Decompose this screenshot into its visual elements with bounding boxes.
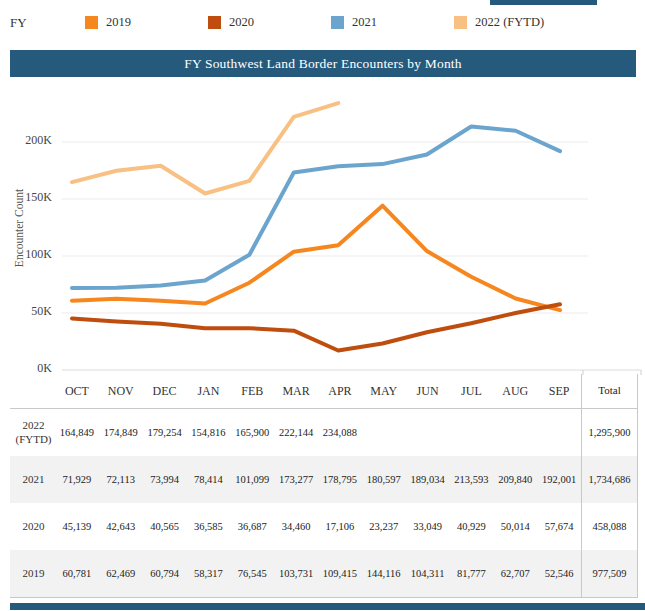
legend-label: 2022 (FYTD) bbox=[475, 15, 544, 30]
encounters-line-chart: 0K50K100K150K200K Encounter Count bbox=[0, 85, 645, 377]
series-line-2020[interactable] bbox=[72, 304, 560, 350]
table-cell: 17,106 bbox=[318, 520, 362, 533]
y-axis-label: Encounter Count bbox=[13, 153, 27, 303]
row-label: 2022 (FYTD) bbox=[10, 419, 55, 447]
legend-swatch bbox=[85, 16, 98, 29]
table-cell: 192,001 bbox=[537, 473, 581, 486]
table-cell: 57,674 bbox=[537, 520, 581, 533]
legend-item-2020[interactable]: 2020 bbox=[208, 14, 254, 30]
table-cell: 101,099 bbox=[230, 473, 274, 486]
column-header-feb: FEB bbox=[230, 384, 274, 399]
series-line-2019[interactable] bbox=[72, 206, 560, 310]
chart-canvas bbox=[0, 85, 645, 377]
row-label: 2019 bbox=[10, 567, 55, 581]
table-cell: 40,929 bbox=[449, 520, 493, 533]
table-cell: 209,840 bbox=[493, 473, 537, 486]
table-cell: 62,469 bbox=[99, 567, 143, 580]
legend-swatch bbox=[208, 16, 221, 29]
legend-item-2022-fytd-[interactable]: 2022 (FYTD) bbox=[454, 14, 544, 30]
y-tick-label: 200K bbox=[0, 133, 52, 147]
table-cell: 174,849 bbox=[99, 426, 143, 439]
table-row-2019: 201960,78162,46960,79458,31776,545103,73… bbox=[10, 550, 638, 598]
legend-fy-label: FY bbox=[10, 15, 27, 31]
legend-label: 2021 bbox=[352, 15, 377, 30]
series-line-2021[interactable] bbox=[72, 127, 560, 289]
column-header-aug: AUG bbox=[493, 384, 537, 399]
table-cell: 109,415 bbox=[318, 567, 362, 580]
y-tick-label: 0K bbox=[0, 361, 52, 375]
table-cell: 40,565 bbox=[143, 520, 187, 533]
table-cell: 76,545 bbox=[230, 567, 274, 580]
table-cell: 104,311 bbox=[406, 567, 450, 580]
column-header-apr: APR bbox=[318, 384, 362, 399]
column-header-jun: JUN bbox=[406, 384, 450, 399]
table-cell: 34,460 bbox=[274, 520, 318, 533]
column-header-mar: MAR bbox=[274, 384, 318, 399]
legend-label: 2019 bbox=[106, 15, 131, 30]
total-cell: 458,088 bbox=[581, 503, 638, 550]
column-header-dec: DEC bbox=[143, 384, 187, 399]
table-cell: 154,816 bbox=[186, 426, 230, 439]
table-cell: 50,014 bbox=[493, 520, 537, 533]
table-cell: 72,113 bbox=[99, 473, 143, 486]
table-row-2021: 202171,92972,11373,99478,414101,099173,2… bbox=[10, 456, 638, 503]
table-cell: 36,687 bbox=[230, 520, 274, 533]
total-cell: 1,295,900 bbox=[581, 409, 638, 456]
table-row-2022-fytd-: 2022 (FYTD)164,849174,849179,254154,8161… bbox=[10, 409, 638, 456]
row-label: 2021 bbox=[10, 473, 55, 487]
total-cell: 977,509 bbox=[581, 550, 638, 597]
table-cell: 60,781 bbox=[55, 567, 99, 580]
table-cell: 45,139 bbox=[55, 520, 99, 533]
table-cell: 178,795 bbox=[318, 473, 362, 486]
table-cell: 81,777 bbox=[449, 567, 493, 580]
table-cell: 52,546 bbox=[537, 567, 581, 580]
column-header-jan: JAN bbox=[186, 384, 230, 399]
table-cell: 78,414 bbox=[186, 473, 230, 486]
table-cell: 62,707 bbox=[493, 567, 537, 580]
table-cell: 23,237 bbox=[362, 520, 406, 533]
column-header-sep: SEP bbox=[537, 384, 581, 399]
legend-swatch bbox=[454, 16, 467, 29]
y-tick-label: 50K bbox=[0, 304, 52, 318]
table-cell: 103,731 bbox=[274, 567, 318, 580]
legend-item-2019[interactable]: 2019 bbox=[85, 14, 131, 30]
column-header-total: Total bbox=[581, 374, 638, 408]
table-cell: 33,049 bbox=[406, 520, 450, 533]
table-cell: 179,254 bbox=[143, 426, 187, 439]
column-header-may: MAY bbox=[362, 384, 406, 399]
column-header-nov: NOV bbox=[99, 384, 143, 399]
total-cell: 1,734,686 bbox=[581, 456, 638, 503]
table-cell: 189,034 bbox=[406, 473, 450, 486]
table-row-2020: 202045,13942,64340,56536,58536,68734,460… bbox=[10, 503, 638, 550]
column-header-jul: JUL bbox=[449, 384, 493, 399]
table-cell: 173,277 bbox=[274, 473, 318, 486]
chart-legend: FY 2019202020212022 (FYTD) bbox=[0, 0, 645, 44]
chart-title-bar: FY Southwest Land Border Encounters by M… bbox=[10, 50, 636, 77]
table-header-row: OCTNOVDECJANFEBMARAPRMAYJUNJULAUGSEPTota… bbox=[10, 374, 638, 409]
legend-item-2021[interactable]: 2021 bbox=[331, 14, 377, 30]
table-cell: 60,794 bbox=[143, 567, 187, 580]
chart-title: FY Southwest Land Border Encounters by M… bbox=[184, 56, 462, 71]
column-header-oct: OCT bbox=[55, 384, 99, 399]
table-cell: 180,597 bbox=[362, 473, 406, 486]
table-cell: 144,116 bbox=[362, 567, 406, 580]
table-cell: 71,929 bbox=[55, 473, 99, 486]
encounters-table: OCTNOVDECJANFEBMARAPRMAYJUNJULAUGSEPTota… bbox=[10, 374, 638, 598]
table-cell: 234,088 bbox=[318, 426, 362, 439]
footer-bar bbox=[10, 603, 645, 610]
table-cell: 222,144 bbox=[274, 426, 318, 439]
row-label: 2020 bbox=[10, 520, 55, 534]
table-cell: 36,585 bbox=[186, 520, 230, 533]
legend-label: 2020 bbox=[229, 15, 254, 30]
table-cell: 73,994 bbox=[143, 473, 187, 486]
table-cell: 58,317 bbox=[186, 567, 230, 580]
table-cell: 42,643 bbox=[99, 520, 143, 533]
series-line-2022-fytd-[interactable] bbox=[72, 103, 338, 193]
table-cell: 213,593 bbox=[449, 473, 493, 486]
table-cell: 165,900 bbox=[230, 426, 274, 439]
table-cell: 164,849 bbox=[55, 426, 99, 439]
legend-swatch bbox=[331, 16, 344, 29]
